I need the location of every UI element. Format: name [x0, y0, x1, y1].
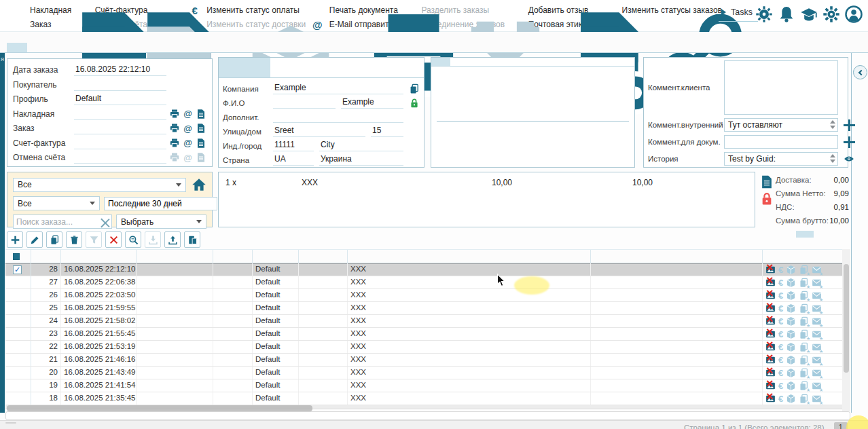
column-header[interactable]	[299, 250, 348, 263]
payment-euro-warning-icon[interactable]	[778, 381, 783, 391]
payment-euro-warning-icon[interactable]	[778, 278, 783, 288]
row-checkbox[interactable]: ✓	[5, 263, 31, 276]
email-warning-icon[interactable]	[812, 265, 822, 275]
spinner-icon[interactable]	[830, 154, 835, 163]
search-button[interactable]	[125, 231, 141, 248]
paste-button[interactable]	[184, 231, 200, 248]
shipping-package-warning-icon[interactable]	[786, 329, 796, 339]
order-field-value[interactable]	[74, 123, 166, 134]
history-select[interactable]: Test by Guid:	[724, 152, 838, 166]
first-name-field[interactable]	[273, 97, 336, 109]
document-warning-icon[interactable]	[799, 316, 809, 327]
payment-euro-warning-icon[interactable]	[778, 368, 783, 378]
badge-button[interactable]	[755, 5, 773, 23]
payment-euro-warning-icon[interactable]	[778, 394, 783, 404]
status-filter-select[interactable]: Все	[13, 178, 186, 192]
row-checkbox[interactable]	[5, 379, 31, 392]
print-icon[interactable]	[169, 138, 180, 149]
email-warning-icon[interactable]	[812, 291, 822, 301]
print-icon[interactable]	[169, 152, 180, 163]
email-warning-icon[interactable]	[812, 355, 822, 365]
shipping-package-warning-icon[interactable]	[786, 291, 796, 301]
no-image-warning-icon[interactable]	[765, 265, 776, 275]
no-image-warning-icon[interactable]	[765, 316, 776, 327]
column-header[interactable]	[348, 250, 591, 263]
payment-euro-warning-icon[interactable]	[778, 342, 783, 352]
XXX[interactable]: 24 16.08.2025 21:58:02 Default XXX	[5, 315, 842, 328]
print-icon[interactable]	[169, 109, 180, 119]
no-image-warning-icon[interactable]	[765, 329, 776, 339]
shipments-tab[interactable]	[431, 58, 450, 66]
horizontal-scrollbar-track[interactable]	[5, 411, 850, 420]
zip-field[interactable]	[273, 140, 314, 151]
page-size-button[interactable]	[33, 422, 43, 424]
email-icon[interactable]	[183, 138, 192, 148]
toolbar-send-email[interactable]: @ E-Mail отправить	[312, 18, 398, 31]
toolbar-print-document[interactable]: Печать документа	[312, 3, 398, 17]
shipping-package-warning-icon[interactable]	[786, 368, 796, 378]
order-field-value[interactable]	[74, 138, 166, 149]
toolbar-invoice[interactable]: Накладная	[12, 3, 71, 17]
row-checkbox[interactable]	[5, 276, 31, 288]
shipping-package-warning-icon[interactable]	[786, 303, 796, 314]
document-number-icon[interactable]	[196, 123, 206, 134]
document-warning-icon[interactable]	[799, 278, 809, 288]
additional-field[interactable]	[273, 111, 403, 123]
delete-button[interactable]	[66, 231, 82, 248]
horizontal-scrollbar-thumb[interactable]	[7, 405, 312, 411]
payment-euro-warning-icon[interactable]	[778, 265, 783, 275]
view-tab[interactable]	[796, 231, 814, 238]
no-image-warning-icon[interactable]	[765, 291, 776, 301]
tasks-button[interactable]: Tasks	[719, 7, 758, 22]
XXX[interactable]: 23 16.08.2025 21:55:45 Default XXX	[5, 328, 842, 341]
column-header[interactable]	[763, 250, 842, 263]
email-warning-icon[interactable]	[812, 329, 822, 339]
XXX[interactable]: ✓ 28 16.08.2025 22:12:10 Default XXX	[5, 263, 842, 276]
column-header[interactable]	[137, 250, 213, 263]
XXX[interactable]: 27 16.08.2025 22:06:38 Default XXX	[5, 276, 842, 289]
order-field-value[interactable]	[74, 109, 166, 120]
row-checkbox[interactable]	[5, 289, 31, 301]
period-field[interactable]	[104, 197, 217, 210]
document-warning-icon[interactable]	[799, 368, 809, 378]
clear-filter-button[interactable]	[105, 231, 122, 248]
XXX[interactable]: 26 16.08.2025 22:03:50 Default XXX	[5, 289, 842, 302]
locked-icon[interactable]	[759, 191, 774, 206]
toolbar-payment-status[interactable]: € Изменить статус оплаты	[189, 3, 306, 17]
document-warning-icon[interactable]	[799, 342, 809, 352]
shipping-package-warning-icon[interactable]	[786, 265, 796, 275]
email-warning-icon[interactable]	[812, 394, 822, 404]
row-checkbox[interactable]	[5, 367, 31, 379]
order-field-value[interactable]: Default	[74, 94, 166, 105]
vertical-scrollbar-thumb[interactable]	[844, 264, 849, 373]
duplicate-button[interactable]	[46, 231, 62, 248]
import-button[interactable]	[145, 231, 161, 248]
shipping-package-warning-icon[interactable]	[786, 278, 796, 288]
main-tab[interactable]	[48, 43, 68, 52]
address-tab[interactable]	[270, 58, 322, 77]
column-header[interactable]	[61, 250, 137, 263]
education-button[interactable]	[800, 5, 818, 23]
type-filter-select[interactable]: Все	[13, 196, 100, 210]
edit-button[interactable]	[26, 231, 43, 248]
row-checkbox[interactable]	[5, 302, 31, 314]
document-icon[interactable]	[759, 174, 774, 189]
no-image-warning-icon[interactable]	[765, 381, 776, 391]
email-warning-icon[interactable]	[812, 381, 822, 391]
email-warning-icon[interactable]	[812, 303, 822, 314]
clear-search-icon[interactable]	[101, 217, 109, 226]
address-tab[interactable]	[373, 58, 424, 77]
page-size-button[interactable]	[19, 422, 30, 424]
view-history-button[interactable]	[844, 153, 854, 164]
toolbar-split-orders[interactable]: Разделить заказы	[403, 3, 505, 17]
account-button[interactable]	[845, 5, 863, 23]
last-name-field[interactable]	[341, 97, 403, 109]
order-search-input[interactable]	[14, 217, 94, 227]
view-tab[interactable]	[831, 231, 849, 238]
document-warning-icon[interactable]	[799, 329, 809, 339]
collapse-panel-button[interactable]	[853, 65, 867, 79]
column-header[interactable]	[253, 250, 299, 263]
document-warning-icon[interactable]	[799, 265, 809, 275]
document-warning-icon[interactable]	[799, 381, 809, 391]
page-size-button[interactable]	[5, 422, 16, 424]
